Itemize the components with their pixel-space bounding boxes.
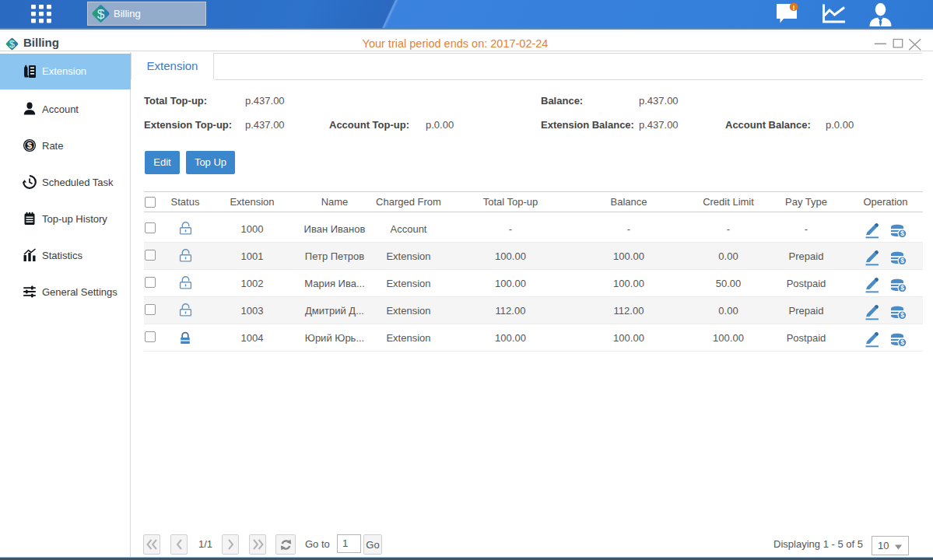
svg-text:$: $ — [97, 6, 105, 22]
svg-text:$: $ — [900, 338, 904, 346]
svg-text:$: $ — [900, 229, 904, 237]
svg-text:!: ! — [793, 4, 795, 12]
svg-text:$: $ — [900, 284, 904, 292]
svg-text:$: $ — [900, 311, 904, 319]
svg-text:$: $ — [27, 141, 33, 150]
svg-text:$: $ — [900, 257, 904, 264]
